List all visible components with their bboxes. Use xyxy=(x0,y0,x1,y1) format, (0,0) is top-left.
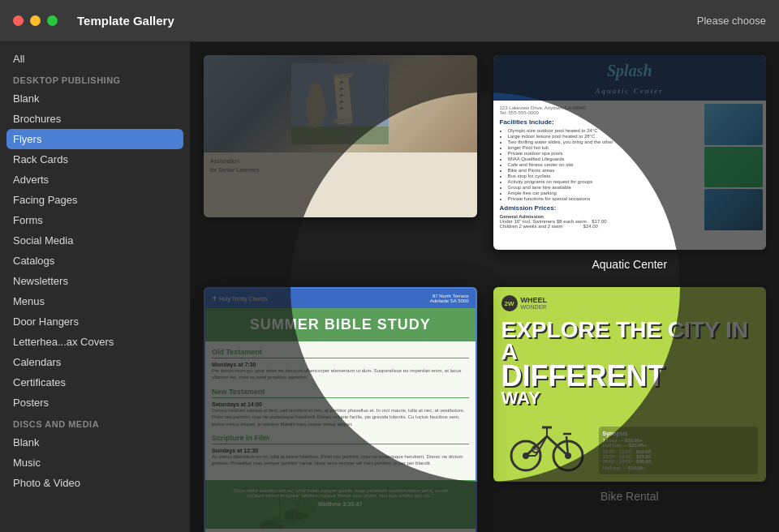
svg-line-22 xyxy=(547,436,568,456)
sidebar-item-all[interactable]: All xyxy=(0,49,190,69)
titlebar: Template Gallery Please choose xyxy=(0,0,779,42)
sidebar-item-menus[interactable]: Menus xyxy=(0,291,190,311)
template-thumb-bike: 2W WHEEL WONDER Explore the cit xyxy=(493,287,767,482)
sidebar-section-desktop: DESKTOP PUBLISHING xyxy=(0,69,190,88)
bible-body: Old Testament Mondays at 7:30 Per tincus… xyxy=(205,341,476,480)
minimize-button[interactable] xyxy=(30,15,41,26)
sidebar-item-forms[interactable]: Forms xyxy=(0,210,190,230)
sidebar-item-certificates[interactable]: Certificates xyxy=(0,372,190,393)
template-thumb-italy: Associationfor Senior Learners xyxy=(204,55,477,217)
sidebar: All DESKTOP PUBLISHING Blank Brochures F… xyxy=(0,42,191,532)
sidebar-item-music[interactable]: Music xyxy=(0,453,190,473)
close-button[interactable] xyxy=(13,15,24,26)
template-thumb-aquatic: Splash Aquatic Center 123 Lakeview Drive… xyxy=(493,55,767,250)
svg-rect-5 xyxy=(340,88,343,90)
window-title: Template Gallery xyxy=(77,14,174,28)
bible-quote: "Sicut ratihe evertitur est vel, sit et … xyxy=(212,488,469,498)
aquatic-body: 123 Lakeview Drive, Anytown CA 93940Tel:… xyxy=(493,101,767,234)
sidebar-item-posters[interactable]: Posters xyxy=(0,393,190,413)
bike-tagline: Explore the city in a DIFFERENT WAY xyxy=(493,320,767,407)
template-thumb-bible: ✝ Holy Trinity Church 87 North TerraceAd… xyxy=(204,287,477,532)
traffic-lights xyxy=(13,15,58,26)
bike-label: Bike Rental xyxy=(600,490,659,503)
svg-rect-4 xyxy=(340,81,343,84)
sidebar-item-social-media[interactable]: Social Media xyxy=(0,230,190,251)
bible-new-testament: New Testament Saturdays at 14:00 Consct … xyxy=(212,388,469,427)
bike-illustration xyxy=(501,414,591,474)
aquatic-images xyxy=(701,101,766,234)
svg-rect-9 xyxy=(291,127,389,144)
bible-footer: "Sicut ratihe evertitur est vel, sit et … xyxy=(205,480,476,529)
bible-address: 87 North TerraceAdelaide SA 5000 xyxy=(430,294,469,303)
aquatic-label: Aquatic Center xyxy=(592,258,667,271)
bible-header: ✝ Holy Trinity Church 87 North TerraceAd… xyxy=(205,289,476,308)
template-card-aquatic[interactable]: Splash Aquatic Center 123 Lakeview Drive… xyxy=(493,55,767,271)
sidebar-section-disc: DISCS AND MEDIA xyxy=(0,413,190,432)
sidebar-item-facing-pages[interactable]: Facing Pages xyxy=(0,190,190,210)
maximize-button[interactable] xyxy=(47,15,58,26)
svg-point-11 xyxy=(309,83,322,96)
template-grid: Associationfor Senior Learners Splash Aq… xyxy=(191,42,779,532)
bible-main-title: SUMMER BIBLE STUDY xyxy=(205,308,476,341)
bike-logo: 2W WHEEL WONDER xyxy=(501,295,548,311)
aquatic-header: Splash Aquatic Center xyxy=(493,55,767,101)
italy-illustration xyxy=(291,63,389,144)
content-area: Associationfor Senior Learners Splash Aq… xyxy=(191,42,779,532)
template-card-bike[interactable]: 2W WHEEL WONDER Explore the cit xyxy=(493,287,767,532)
bike-header: 2W WHEEL WONDER xyxy=(493,287,767,320)
italy-image xyxy=(204,55,477,152)
svg-rect-8 xyxy=(340,107,343,109)
action-label: Please choose xyxy=(697,15,766,27)
sidebar-item-adverts[interactable]: Adverts xyxy=(0,169,190,190)
sidebar-item-catalogs[interactable]: Catalogs xyxy=(0,251,190,271)
sidebar-item-door-hangers[interactable]: Door Hangers xyxy=(0,311,190,332)
template-card-italy[interactable]: Associationfor Senior Learners xyxy=(204,55,477,271)
sidebar-item-brochures[interactable]: Brochures xyxy=(0,109,190,129)
svg-rect-6 xyxy=(340,94,343,97)
bible-church-name: ✝ Holy Trinity Church xyxy=(212,295,267,302)
sidebar-item-photo-video[interactable]: Photo & Video xyxy=(0,473,190,493)
bible-scripture: Scripture in Film Sundays at 12:30 Ac va… xyxy=(212,434,469,467)
template-card-bible[interactable]: ✝ Holy Trinity Church 87 North TerraceAd… xyxy=(204,287,477,532)
sidebar-item-blank-desktop[interactable]: Blank xyxy=(0,88,190,109)
italy-text: Associationfor Senior Learners xyxy=(204,152,477,179)
sidebar-item-rack-cards[interactable]: Rack Cards xyxy=(0,149,190,169)
aquatic-logo: Splash Aquatic Center xyxy=(501,62,759,97)
bike-pricing: Synopsis 1 Hour — $19.95+ Half Day — $23… xyxy=(599,427,759,474)
bike-bottom: Synopsis 1 Hour — $19.95+ Half Day — $23… xyxy=(493,407,767,481)
svg-rect-7 xyxy=(340,101,343,103)
sidebar-item-letterhead[interactable]: Letterhea...ax Covers xyxy=(0,332,190,352)
main-layout: All DESKTOP PUBLISHING Blank Brochures F… xyxy=(0,42,779,532)
sidebar-item-blank-disc[interactable]: Blank xyxy=(0,432,190,453)
bible-verse: Matthew 3:35-37 xyxy=(212,501,469,507)
sidebar-item-newsletters[interactable]: Newsletters xyxy=(0,271,190,291)
sidebar-item-flyers[interactable]: Flyers xyxy=(6,129,183,149)
bible-old-testament: Old Testament Mondays at 7:30 Per tincus… xyxy=(212,348,469,381)
sidebar-item-calendars[interactable]: Calendars xyxy=(0,352,190,372)
